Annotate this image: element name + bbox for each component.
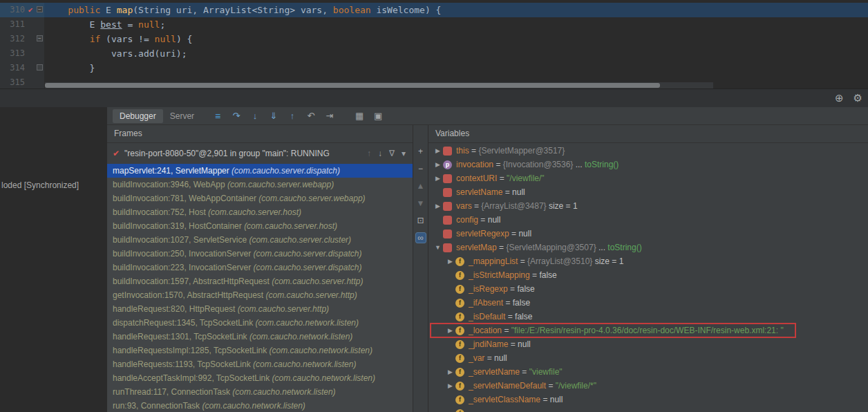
variable-row[interactable]: ▶f_servletName = "viewfile" (428, 365, 868, 379)
expand-chevron-icon[interactable]: ▼ (433, 244, 443, 251)
variable-row[interactable]: config = null (428, 213, 868, 227)
stack-frame[interactable]: handleRequests:1193, TcpSocketLink (com.… (107, 357, 413, 371)
step-over-icon[interactable]: ↷ (229, 111, 243, 121)
code-line[interactable]: 313 vars.add(uri); (0, 46, 868, 61)
code-line[interactable]: 311 E best = null; (0, 17, 868, 32)
thread-selector[interactable]: ✔ "resin-port-8080-50"@2,901 in group "m… (107, 143, 413, 164)
frame-label: buildInvocation:1027, ServletService (113, 235, 249, 245)
variable-row[interactable]: f_var = null (428, 351, 868, 365)
variable-row[interactable]: f_servletClassName = null (428, 393, 868, 406)
code-token: boolean (333, 5, 371, 15)
variable-row[interactable]: ▶f_servletNameDefault = "/viewfile/*" (428, 379, 868, 393)
layout-menu-icon[interactable]: ≡ (211, 111, 225, 122)
expand-chevron-icon[interactable]: ▶ (445, 258, 455, 265)
stack-frame[interactable]: handleRequest:1301, TcpSocketLink (com.c… (107, 330, 413, 344)
stack-frame[interactable]: buildInvocation:752, Host (com.caucho.se… (107, 205, 413, 219)
code-text: } (44, 61, 95, 75)
stack-frame[interactable]: buildInvocation:3946, WebApp (com.caucho… (107, 178, 413, 191)
code-line[interactable]: 314 } (0, 61, 868, 75)
variable-row[interactable]: servletRegexp = null (428, 227, 868, 241)
breakpoint-hit-icon[interactable]: ✔ (25, 3, 36, 17)
target-icon[interactable]: ⊕ (835, 92, 844, 104)
stack-frame[interactable]: buildInvocation:1597, AbstractHttpReques… (107, 274, 413, 288)
stack-frame[interactable]: run:93, ConnectionTask (com.caucho.netwo… (107, 399, 413, 412)
stack-frame[interactable]: handleAcceptTaskImpl:992, TcpSocketLink … (107, 371, 413, 385)
editor-horizontal-scrollbar[interactable] (45, 82, 713, 88)
tab-server[interactable]: Server (163, 109, 201, 123)
tostring-link[interactable]: toString() (585, 160, 619, 169)
expand-chevron-icon[interactable]: ▶ (445, 368, 455, 375)
variable-row[interactable]: f_isStrictMapping = false (428, 268, 868, 282)
variable-row[interactable]: ▶contextURI = "/viewfile/" (428, 171, 868, 185)
expand-chevron-icon[interactable]: ▶ (445, 382, 455, 389)
stack-frame[interactable]: dispatchRequest:1345, TcpSocketLink (com… (107, 316, 413, 330)
editor-gutter[interactable]: 310✔− (0, 3, 44, 17)
variable-row[interactable]: ▶this = {ServletMapper@3517} (428, 144, 868, 158)
stack-frame[interactable]: runThread:117, ConnectionTask (com.cauch… (107, 385, 413, 399)
fold-box[interactable] (37, 64, 43, 71)
code-line[interactable]: 312− if (vars != null) { (0, 32, 868, 46)
variable-row[interactable]: ▶pinvocation = {Invocation@3536} ... toS… (428, 158, 868, 171)
variable-row[interactable]: f_jndiName = null (428, 337, 868, 351)
gear-icon[interactable]: ⚙ (853, 92, 862, 104)
editor-gutter[interactable]: 315 (0, 75, 44, 88)
code-line[interactable]: 310✔− public E map(String uri, ArrayList… (0, 3, 868, 17)
variable-row[interactable]: f_isRegexp = false (428, 282, 868, 296)
force-step-into-icon[interactable]: ⇓ (267, 111, 281, 121)
filter-frames-icon[interactable]: ∇ (389, 149, 395, 158)
variable-row[interactable]: f (428, 406, 868, 412)
editor-gutter[interactable]: 311 (0, 17, 44, 32)
expand-chevron-icon[interactable]: ▶ (445, 327, 455, 334)
tab-debugger[interactable]: Debugger (113, 109, 163, 123)
variable-row[interactable]: ▶f_location = "file:/E:/Resin/resin-pro-… (428, 324, 868, 337)
editor-gutter[interactable]: 313 (0, 46, 44, 61)
code-text: public E map(String uri, ArrayList<Strin… (44, 3, 441, 17)
frame-label: handleRequest:820, HttpRequest (113, 304, 238, 314)
frame-label: buildInvocation:223, InvocationServer (113, 263, 253, 272)
remove-watch-icon[interactable]: − (415, 163, 426, 174)
stack-frame[interactable]: buildInvocation:250, InvocationServer (c… (107, 247, 413, 261)
editor-gutter[interactable]: 312− (0, 32, 44, 46)
variable-value: false (539, 270, 556, 280)
stack-frame[interactable]: buildInvocation:1027, ServletService (co… (107, 233, 413, 247)
duplicate-icon[interactable]: ⊡ (415, 215, 426, 226)
next-frame-icon[interactable]: ↓ (378, 149, 382, 158)
fold-marker-icon[interactable]: − (36, 3, 44, 17)
expand-chevron-icon[interactable]: ▶ (433, 203, 443, 209)
step-out-icon[interactable]: ↑ (285, 111, 299, 121)
variable-row[interactable]: ▶f_mappingList = {ArrayList@3510} size =… (428, 254, 868, 268)
stack-frame[interactable]: getInvocation:1570, AbstractHttpRequest … (107, 288, 413, 302)
stack-frame[interactable]: buildInvocation:319, HostContainer (com.… (107, 219, 413, 233)
stack-frame[interactable]: buildInvocation:223, InvocationServer (c… (107, 261, 413, 274)
evaluate-expression-icon[interactable]: ▦ (352, 111, 366, 121)
editor-gutter[interactable]: 314 (0, 61, 44, 75)
code-editor[interactable]: 310✔− public E map(String uri, ArrayList… (0, 0, 868, 88)
stack-frame[interactable]: handleRequestsImpl:1285, TcpSocketLink (… (107, 344, 413, 357)
fold-box[interactable]: − (37, 35, 43, 41)
expand-chevron-icon[interactable]: ▶ (433, 175, 443, 182)
frame-package: (com.caucho.server.cluster) (249, 235, 351, 245)
thread-dropdown-icon[interactable]: ▾ (402, 149, 406, 158)
stack-frame[interactable]: buildInvocation:781, WebAppContainer (co… (107, 191, 413, 205)
scrollbar-thumb[interactable] (45, 83, 660, 88)
drop-frame-icon[interactable]: ↶ (304, 111, 318, 121)
equals-sign: = (469, 146, 479, 156)
stack-frame[interactable]: handleRequest:820, HttpRequest (com.cauc… (107, 302, 413, 316)
variable-row[interactable]: ▼servletMap = {ServletMapping@3507} ... … (428, 241, 868, 254)
add-watch-icon[interactable]: + (415, 146, 426, 157)
variable-row[interactable]: servletName = null (428, 185, 868, 199)
variable-row[interactable]: f_isDefault = false (428, 310, 868, 324)
expand-chevron-icon[interactable]: ▶ (433, 161, 443, 168)
step-into-icon[interactable]: ↓ (248, 111, 262, 121)
fold-box[interactable]: − (37, 6, 43, 12)
variable-row[interactable]: ▶vars = {ArrayList@3487} size = 1 (428, 199, 868, 213)
stack-frame[interactable]: mapServlet:241, ServletMapper (com.cauch… (107, 164, 413, 178)
layout-settings-icon[interactable]: ▣ (371, 111, 385, 121)
variable-row[interactable]: f_ifAbsent = false (428, 296, 868, 310)
expand-chevron-icon[interactable]: ▶ (433, 147, 443, 154)
fold-marker-icon[interactable] (36, 61, 44, 75)
fold-marker-icon[interactable]: − (36, 32, 44, 46)
show-watches-icon[interactable]: ∞ (415, 232, 426, 243)
tostring-link[interactable]: toString() (607, 243, 641, 252)
run-to-cursor-icon[interactable]: ⇥ (323, 111, 337, 121)
